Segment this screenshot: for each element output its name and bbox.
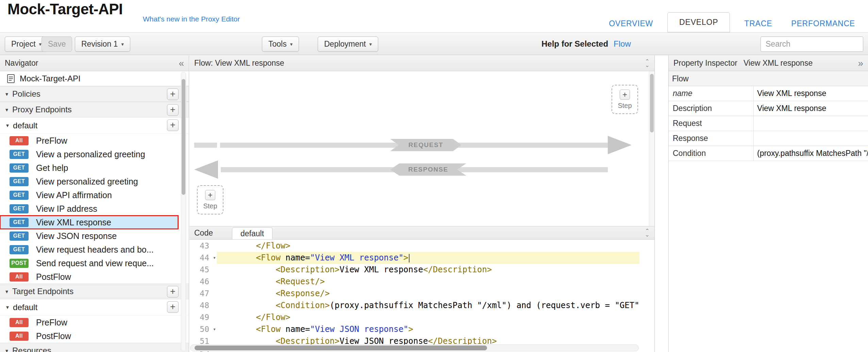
property-row-request[interactable]: Request xyxy=(669,116,868,131)
tab-overview[interactable]: OVERVIEW xyxy=(599,15,663,32)
nav-flow-postflow[interactable]: AllPostFlow xyxy=(0,329,178,343)
proxy-endpoint-default-label: default xyxy=(13,121,37,130)
proxy-root-item[interactable]: Mock-Target-API xyxy=(0,71,189,86)
nav-flow-view-request-headers-and-bo[interactable]: GETView request headers and bo... xyxy=(0,243,178,256)
expand-inspector-button[interactable]: » xyxy=(858,59,863,68)
tab-trace[interactable]: TRACE xyxy=(735,15,782,32)
property-value[interactable]: View XML response xyxy=(754,101,868,116)
code-line-49[interactable]: 49 </Flow> xyxy=(189,311,639,323)
property-label: Description xyxy=(669,101,754,116)
property-row-condition[interactable]: Condition(proxy.pathsuffix MatchesPath "… xyxy=(669,146,868,161)
deployment-menu-button[interactable]: Deployment ▾ xyxy=(318,36,378,52)
line-number: 45 xyxy=(189,264,217,276)
caret-down-icon: ▾ xyxy=(290,42,293,47)
method-badge: GET xyxy=(10,204,29,213)
nav-flow-postflow[interactable]: AllPostFlow xyxy=(0,270,178,284)
flow-label: Get help xyxy=(36,163,68,173)
code-line-43[interactable]: 43 </Flow> xyxy=(189,240,639,252)
help-flow-link[interactable]: Flow xyxy=(614,39,631,49)
flow-panel: Flow: View XML response ⌃ ⌄ + Step REQUE… xyxy=(189,55,655,352)
code-line-48[interactable]: 48 <Condition>(proxy.pathsuffix MatchesP… xyxy=(189,300,639,311)
revision-menu-button[interactable]: Revision 1 ▾ xyxy=(75,36,130,52)
nav-flow-view-json-response[interactable]: GETView JSON response xyxy=(0,229,178,243)
fold-caret-icon[interactable]: ▾ xyxy=(213,252,216,264)
code-line-46[interactable]: 46 <Request/> xyxy=(189,276,639,288)
collapse-navigator-button[interactable]: « xyxy=(179,59,184,68)
nav-flow-view-a-personalized-greeting[interactable]: GETView a personalized greeting xyxy=(0,147,178,161)
nav-flow-view-personalized-greeting[interactable]: GETView personalized greeting xyxy=(0,175,178,188)
property-value[interactable] xyxy=(754,116,868,131)
method-badge: GET xyxy=(10,218,29,227)
add-policy-button[interactable]: + xyxy=(167,89,179,100)
collapse-code-panel-button[interactable]: ⌃ ⌄ xyxy=(645,229,650,237)
toolbar: Project ▾ Save Revision 1 ▾ Tools ▾ Depl… xyxy=(0,32,868,55)
property-row-description[interactable]: DescriptionView XML response xyxy=(669,101,868,116)
flow-label: View personalized greeting xyxy=(36,177,138,187)
fold-caret-icon[interactable]: ▾ xyxy=(213,323,216,335)
code-line-45[interactable]: 45 <Description>View XML response</Descr… xyxy=(189,264,639,276)
add-proxy-endpoint-button[interactable]: + xyxy=(167,104,179,116)
search-input[interactable] xyxy=(761,36,863,52)
nav-flow-send-request-and-view-reque[interactable]: POSTSend request and view reque... xyxy=(0,256,178,270)
tab-develop[interactable]: DEVELOP xyxy=(667,12,730,32)
navigator-scrollbar[interactable] xyxy=(181,72,186,351)
code-tab-default[interactable]: default xyxy=(232,227,272,239)
request-flow-bar xyxy=(194,143,217,148)
code-line-50[interactable]: 50▾ <Flow name="View JSON response"> xyxy=(189,323,639,335)
tools-menu-button[interactable]: Tools ▾ xyxy=(262,36,299,52)
scrollbar-thumb[interactable] xyxy=(182,79,185,195)
nav-flow-view-xml-response[interactable]: GETView XML response xyxy=(0,215,178,229)
disclosure-triangle-icon: ▾ xyxy=(5,348,8,352)
property-value[interactable]: View XML response xyxy=(754,86,868,101)
property-value[interactable]: (proxy.pathsuffix MatchesPath "/x xyxy=(754,146,868,161)
target-endpoint-default[interactable]: ▾ default + xyxy=(0,299,189,316)
scrollbar-thumb[interactable] xyxy=(195,346,487,350)
code-line-content: <Description>View XML response</Descript… xyxy=(217,264,639,276)
code-line-44[interactable]: 44▾ <Flow name="View XML response"> xyxy=(189,252,639,264)
proxy-root-label: Mock-Target-API xyxy=(20,74,81,83)
collapse-flow-panel-button[interactable]: ⌃ ⌄ xyxy=(645,60,650,67)
request-arrowhead-icon xyxy=(608,136,632,154)
tab-performance[interactable]: PERFORMANCE xyxy=(782,15,865,32)
section-proxy-endpoints[interactable]: ▾ Proxy Endpoints + xyxy=(0,102,189,117)
section-resources[interactable]: ▾ Resources xyxy=(0,343,189,352)
method-badge: GET xyxy=(10,231,29,241)
property-inspector-header: Property Inspector View XML response » xyxy=(669,55,868,71)
code-line-content: </Flow> xyxy=(217,240,639,252)
top-header: Mock-Target-API What's new in the Proxy … xyxy=(0,0,868,32)
nav-flow-preflow[interactable]: AllPreFlow xyxy=(0,134,178,147)
navigator-panel: Navigator « Mock-Target-API ▾ Policies xyxy=(0,55,189,352)
nav-flow-preflow[interactable]: AllPreFlow xyxy=(0,316,178,329)
property-value[interactable] xyxy=(754,131,868,146)
code-line-content: <Response/> xyxy=(217,288,639,300)
section-resources-label: Resources xyxy=(12,346,51,352)
add-target-endpoint-button[interactable]: + xyxy=(167,286,179,298)
save-button[interactable]: Save xyxy=(41,36,72,52)
line-number: 46 xyxy=(189,276,217,288)
nav-flow-get-help[interactable]: GETGet help xyxy=(0,161,178,175)
section-target-endpoints[interactable]: ▾ Target Endpoints + xyxy=(0,284,189,299)
proxy-endpoint-default[interactable]: ▾ default + xyxy=(0,117,189,134)
method-badge: GET xyxy=(10,191,29,200)
property-row-response[interactable]: Response xyxy=(669,131,868,146)
add-target-flow-button[interactable]: + xyxy=(167,301,179,313)
flow-label: Send request and view reque... xyxy=(36,258,154,268)
property-row-name[interactable]: nameView XML response xyxy=(669,86,868,101)
section-policies-label: Policies xyxy=(12,89,40,99)
response-arrowhead-icon xyxy=(194,160,218,179)
code-line-content: </Flow> xyxy=(217,311,639,323)
add-step-button-request[interactable]: + Step xyxy=(612,85,638,114)
section-policies[interactable]: ▾ Policies + xyxy=(0,86,189,102)
help-for-selected-label: Help for Selected xyxy=(541,39,608,49)
nav-flow-view-api-affirmation[interactable]: GETView API affirmation xyxy=(0,188,178,202)
code-panel-label: Code xyxy=(194,228,213,238)
add-step-button-response[interactable]: + Step xyxy=(197,185,223,214)
scrollbar-thumb[interactable] xyxy=(650,74,654,132)
add-proxy-flow-button[interactable]: + xyxy=(167,119,179,131)
whats-new-link[interactable]: What's new in the Proxy Editor xyxy=(143,15,240,23)
code-horizontal-scrollbar[interactable] xyxy=(190,345,639,351)
flow-canvas-scrollbar[interactable] xyxy=(649,71,654,226)
code-editor[interactable]: 43 </Flow>44▾ <Flow name="View XML respo… xyxy=(189,240,639,352)
code-line-47[interactable]: 47 <Response/> xyxy=(189,288,639,300)
nav-flow-view-ip-address[interactable]: GETView IP address xyxy=(0,202,178,215)
